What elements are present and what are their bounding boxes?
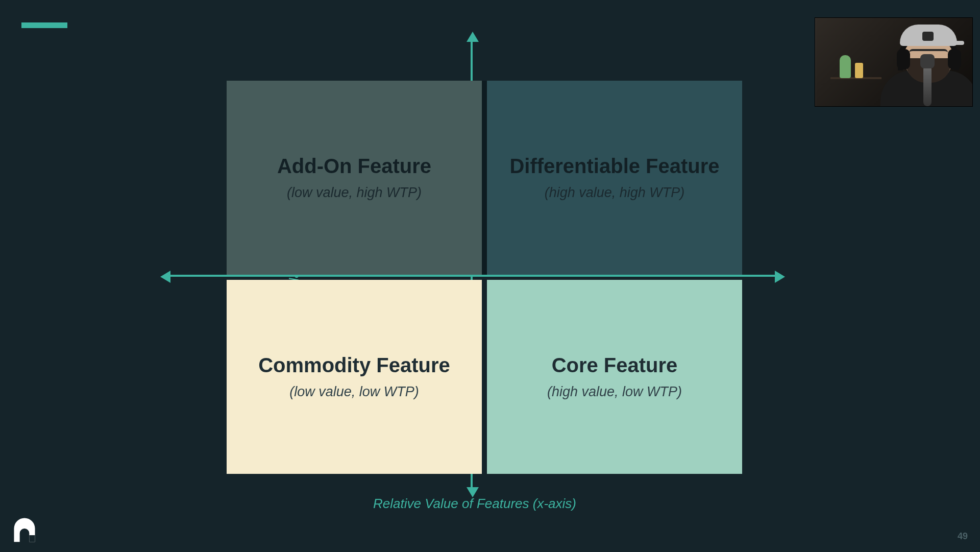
quadrant-subtitle: (high value, high WTP) [545,185,685,201]
feature-quadrant-diagram: Willness to Pay Relative to Median (y-ax… [189,52,761,481]
quadrant-title: Add-On Feature [277,155,431,178]
arrow-left-icon [160,271,170,283]
presenter-webcam [815,17,973,107]
page-number: 49 [958,531,968,542]
quadrant-title: Core Feature [552,354,678,377]
quadrant-subtitle: (low value, high WTP) [287,185,422,201]
x-axis-label: Relative Value of Features (x-axis) [373,496,576,512]
arrow-up-icon [467,32,479,42]
quadrant-subtitle: (low value, low WTP) [289,384,419,400]
quadrant-differentiable: Differentiable Feature (high value, high… [487,81,742,275]
quadrant-title: Commodity Feature [258,354,450,377]
quadrant-commodity: Commodity Feature (low value, low WTP) [227,280,482,474]
quadrant-add-on: Add-On Feature (low value, high WTP) [227,81,482,275]
arrow-down-icon [467,487,479,497]
accent-bar [21,22,67,28]
svg-rect-0 [29,535,35,542]
quadrant-grid: Add-On Feature (low value, high WTP) Dif… [227,81,742,474]
brand-logo-icon [9,514,40,543]
arrow-right-icon [775,271,785,283]
quadrant-core: Core Feature (high value, low WTP) [487,280,742,474]
quadrant-title: Differentiable Feature [509,155,719,178]
quadrant-subtitle: (high value, low WTP) [547,384,682,400]
